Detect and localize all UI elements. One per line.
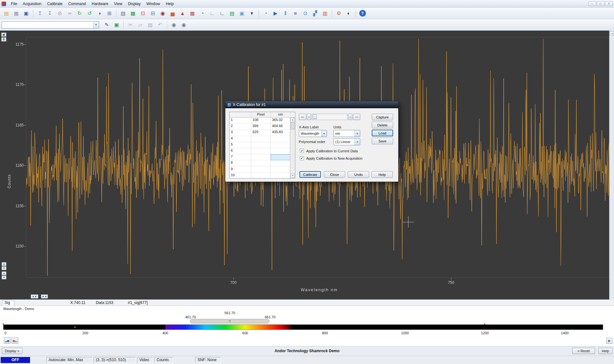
load-button[interactable]: Load (372, 130, 393, 136)
cooler-status-badge[interactable]: OFF (1, 357, 30, 363)
cut-icon[interactable]: ✂ (126, 20, 135, 29)
table-cell[interactable] (271, 154, 291, 160)
apply-current-checkbox[interactable]: ✔ (300, 149, 304, 153)
help-button[interactable]: Help (598, 348, 612, 354)
table-cell[interactable] (251, 167, 271, 173)
menu-acquisition[interactable]: Acquisition (20, 0, 44, 7)
setup-acquisition-icon[interactable]: ⚙ (334, 9, 344, 18)
print-icon[interactable]: ▦ (12, 9, 21, 18)
command-input[interactable] (2, 22, 93, 28)
rescale-icon[interactable]: ↺ (85, 9, 94, 18)
table-cell[interactable] (251, 148, 271, 154)
command-combobox[interactable]: ▼ (2, 21, 99, 28)
start-acquisition-icon[interactable]: ▶ (271, 9, 280, 18)
image-area-icon[interactable]: ▦ (128, 9, 138, 18)
panel-play-button[interactable]: ▶ (606, 338, 612, 344)
table-cell[interactable]: 404.66 (271, 124, 291, 130)
spreadsheet-icon[interactable]: ▤ (227, 9, 237, 18)
menu-hardware[interactable]: Hardware (89, 0, 111, 7)
calibration-table[interactable]: Pixelnm1108365.022399404.663629435.83456… (229, 112, 295, 178)
shuttle-first-button[interactable]: << (299, 114, 306, 120)
capture-button[interactable]: Capture (372, 114, 393, 120)
table-cell[interactable]: 399 (251, 124, 271, 130)
units-dropdown[interactable]: nm ▼ (333, 130, 360, 137)
dialog-help-button[interactable]: Help (371, 171, 393, 178)
select-region-icon[interactable]: ▧ (118, 9, 128, 18)
minimize-button[interactable]: – (588, 1, 596, 6)
paste-icon[interactable]: ▤ (145, 20, 155, 29)
open-icon[interactable]: ▤ (2, 9, 11, 18)
table-cell[interactable] (251, 154, 271, 160)
undo-button[interactable]: Undo (348, 171, 369, 178)
chevron-down-icon[interactable]: ▼ (93, 22, 99, 28)
menu-file[interactable]: File (8, 0, 20, 7)
spectrum-colorbar[interactable] (3, 324, 603, 330)
y-zoom-in-spinner[interactable]: ▲ (2, 262, 6, 266)
table-cell[interactable] (271, 160, 291, 166)
table-cell[interactable] (251, 142, 271, 148)
erase-icon[interactable]: ⊘ (55, 9, 65, 18)
find-next-icon[interactable]: ◉ (179, 20, 189, 29)
corner-tool-icon[interactable]: ▣ (1, 33, 6, 37)
autoscale-display-icon[interactable]: ▂▅ (4, 337, 11, 344)
abort-acquisition-icon[interactable]: ■ (291, 9, 300, 18)
y-pan-down-spinner[interactable]: ▼ (2, 276, 6, 279)
exposure-icon[interactable]: ◑ (95, 9, 104, 18)
table-cell[interactable] (271, 167, 291, 173)
close-button[interactable]: × (605, 1, 613, 6)
apply-new-checkbox[interactable]: ✔ (300, 156, 304, 160)
menu-command[interactable]: Command (65, 0, 89, 7)
x-axis-label-dropdown[interactable]: Wavelength ▼ (299, 130, 327, 137)
table-cell[interactable] (271, 148, 291, 154)
table-cell[interactable] (251, 136, 271, 142)
table-cell[interactable] (251, 173, 271, 178)
timer-icon[interactable]: ◔ (198, 9, 207, 18)
video-mode-icon[interactable]: ⊙ (300, 9, 310, 18)
table-cell[interactable]: 435.83 (271, 130, 291, 136)
peak-search-icon[interactable]: ▲ (178, 9, 187, 18)
menu-help[interactable]: Help (163, 0, 177, 7)
scroll-up-icon[interactable]: ▲ (291, 118, 295, 122)
menu-window[interactable]: Window (144, 0, 163, 7)
display-menu-button[interactable]: Display > (2, 348, 22, 354)
undo-icon[interactable]: ↶ (155, 20, 165, 29)
y-pan-up-spinner[interactable]: ▲ (2, 271, 6, 275)
image-view-icon[interactable]: ▣ (237, 9, 247, 18)
collapse-strip-icon[interactable]: ◂ (610, 31, 614, 35)
table-cell[interactable]: 365.02 (271, 118, 291, 124)
crop-track-icon[interactable]: ⊟ (148, 9, 158, 18)
pan-x-button[interactable]: ◄ ► (31, 294, 38, 299)
histogram-icon[interactable]: ▅ (168, 9, 177, 18)
save-button[interactable]: Save (372, 138, 393, 144)
shuttle-thumb[interactable] (313, 114, 317, 119)
acquire-timed-icon[interactable]: ◔ (261, 9, 270, 18)
y-zoom-out-spinner[interactable]: ▼ (2, 266, 6, 270)
table-scrollbar[interactable]: ▲ ▼ (290, 118, 295, 178)
plot-xy-icon[interactable]: ∟ (207, 9, 217, 18)
menu-view[interactable]: View (111, 0, 125, 7)
maximize-button[interactable]: □ (597, 1, 604, 6)
more-options-icon[interactable]: ▾ (247, 9, 257, 18)
menu-display[interactable]: Display (125, 0, 144, 7)
shuttle-next-button[interactable]: > (348, 114, 352, 120)
reset-button[interactable]: < Reset (572, 348, 595, 354)
table-cell[interactable] (271, 142, 291, 148)
palette-display-icon[interactable]: ▅▂ (12, 337, 18, 344)
annotate-icon[interactable]: ✎ (102, 20, 112, 29)
temperature-icon[interactable]: ◉ (158, 9, 167, 18)
poly-order-dropdown[interactable]: (1) Linear ▼ (333, 138, 360, 145)
tab-sig[interactable]: Sig (2, 300, 15, 306)
calibrate-button[interactable]: Calibrate (299, 171, 321, 178)
shuttle-track[interactable] (312, 114, 347, 120)
copy-icon[interactable]: ▱ (136, 20, 145, 29)
dialog-titlebar[interactable]: X-Calibration for #1 (225, 101, 398, 108)
import-data-icon[interactable]: ↧ (45, 9, 55, 18)
table-cell[interactable] (251, 160, 271, 166)
scroll-down-icon[interactable]: ▼ (291, 174, 295, 178)
export-data-icon[interactable]: ↥ (35, 9, 45, 18)
shuttle-last-button[interactable]: >> (353, 114, 360, 120)
plot-xy-2-icon[interactable]: ∟ (217, 9, 227, 18)
spectra-bars-icon[interactable]: ▥ (320, 9, 330, 18)
find-icon[interactable]: ◉ (169, 20, 179, 29)
pause-acquisition-icon[interactable]: ‖ (281, 9, 290, 18)
